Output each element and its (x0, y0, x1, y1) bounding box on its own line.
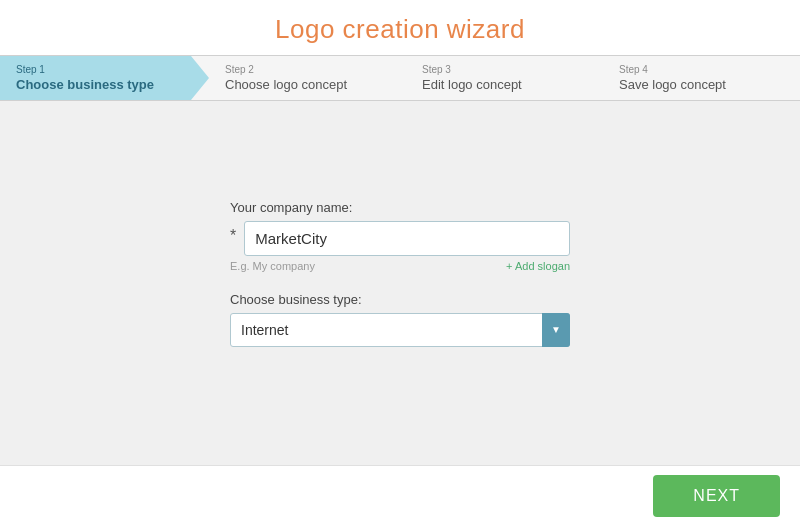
form-panel: Your company name: * E.g. My company + A… (230, 200, 570, 367)
company-name-label: Your company name: (230, 200, 570, 215)
bottom-bar: NEXT (0, 465, 800, 525)
main-content: Your company name: * E.g. My company + A… (0, 101, 800, 465)
input-hints: E.g. My company + Add slogan (230, 260, 570, 272)
required-mark: * (230, 227, 236, 245)
step-3-label: Step 3 (422, 64, 587, 75)
step-1-title: Choose business type (16, 77, 181, 92)
step-4[interactable]: Step 4 Save logo concept (603, 56, 800, 100)
add-slogan-link[interactable]: + Add slogan (506, 260, 570, 272)
step-2-label: Step 2 (225, 64, 390, 75)
step-4-title: Save logo concept (619, 77, 784, 92)
business-type-wrapper: Internet Retail Food & Beverage Technolo… (230, 313, 570, 347)
step-4-label: Step 4 (619, 64, 784, 75)
page-container: Logo creation wizard Step 1 Choose busin… (0, 0, 800, 525)
step-1[interactable]: Step 1 Choose business type (0, 56, 209, 100)
step-2[interactable]: Step 2 Choose logo concept (209, 56, 406, 100)
business-type-select[interactable]: Internet Retail Food & Beverage Technolo… (230, 313, 570, 347)
step-2-title: Choose logo concept (225, 77, 390, 92)
page-title: Logo creation wizard (0, 0, 800, 55)
next-button[interactable]: NEXT (653, 475, 780, 517)
business-type-label: Choose business type: (230, 292, 570, 307)
company-name-input[interactable] (244, 221, 570, 256)
step-1-label: Step 1 (16, 64, 181, 75)
business-type-group: Choose business type: Internet Retail Fo… (230, 292, 570, 347)
step-3[interactable]: Step 3 Edit logo concept (406, 56, 603, 100)
step-3-title: Edit logo concept (422, 77, 587, 92)
stepper: Step 1 Choose business type Step 2 Choos… (0, 55, 800, 101)
company-name-group: Your company name: * E.g. My company + A… (230, 200, 570, 272)
company-name-row: * (230, 221, 570, 256)
company-name-hint: E.g. My company (230, 260, 315, 272)
